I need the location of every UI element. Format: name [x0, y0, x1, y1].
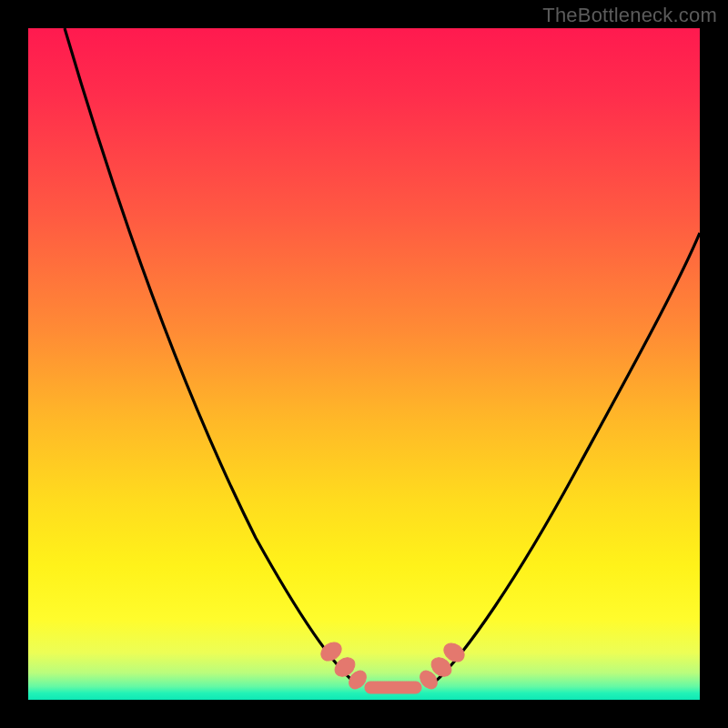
curve-left	[65, 28, 356, 683]
chart-frame: TheBottleneck.com	[0, 0, 728, 728]
plot-area	[28, 28, 700, 700]
valley-markers	[318, 639, 468, 693]
svg-rect-3	[365, 682, 421, 693]
watermark-text: TheBottleneck.com	[542, 4, 717, 27]
curve-right	[433, 233, 700, 683]
curve-layer	[28, 28, 700, 700]
